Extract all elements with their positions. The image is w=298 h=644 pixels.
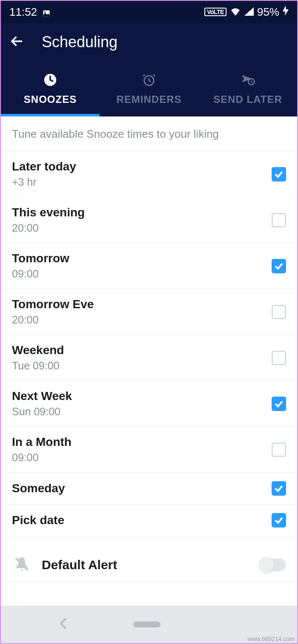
screenshot-icon (42, 8, 51, 16)
page-title: Scheduling (42, 33, 117, 51)
content-area: Tune available Snooze times to your liki… (1, 116, 297, 606)
snooze-option-later-today[interactable]: Later today +3 hr (1, 151, 297, 197)
nav-back-button[interactable] (59, 617, 68, 632)
option-title: In a Month (12, 435, 72, 449)
snooze-option-this-evening[interactable]: This evening 20:00 (1, 197, 297, 243)
tab-label: REMINDERS (116, 94, 181, 105)
snooze-option-tomorrow-eve[interactable]: Tomorrow Eve 20:00 (1, 289, 297, 335)
snooze-option-pick-date[interactable]: Pick date (1, 505, 297, 536)
option-subtitle: 20:00 (12, 222, 85, 234)
option-title: Tomorrow (12, 252, 69, 265)
clock-icon (43, 72, 58, 88)
checkbox[interactable] (272, 213, 286, 227)
alarm-icon (141, 72, 157, 88)
snooze-option-in-a-month[interactable]: In a Month 09:00 (1, 427, 297, 473)
default-alert-label: Default Alert (42, 558, 117, 572)
tab-indicator (1, 114, 100, 116)
snooze-option-someday[interactable]: Someday (1, 473, 297, 505)
option-title: Pick date (12, 513, 64, 527)
tab-label: SEND LATER (213, 94, 282, 105)
checkbox[interactable] (272, 481, 286, 496)
switch-thumb (259, 557, 274, 573)
option-subtitle: Tue 09:00 (12, 360, 64, 372)
checkbox[interactable] (272, 513, 286, 528)
tab-label: SNOOZES (24, 94, 77, 105)
option-title: Next Week (12, 389, 72, 403)
status-bar: 11:52 VoLTE 95% (1, 1, 297, 23)
checkbox[interactable] (272, 351, 286, 365)
default-alert-row[interactable]: Default Alert (1, 548, 297, 582)
tab-snoozes[interactable]: SNOOZES (1, 61, 100, 116)
option-title: Later today (12, 160, 76, 173)
option-title: This evening (12, 206, 85, 219)
checkbox[interactable] (272, 305, 286, 319)
option-title: Someday (12, 482, 65, 495)
snooze-option-weekend[interactable]: Weekend Tue 09:00 (1, 335, 297, 381)
checkbox[interactable] (272, 397, 286, 411)
watermark: www.989214.com (247, 635, 295, 642)
option-subtitle: +3 hr (12, 176, 76, 188)
device-frame: 11:52 VoLTE 95% Scheduling (0, 0, 298, 644)
option-subtitle: Sun 09:00 (12, 406, 72, 418)
hint-text: Tune available Snooze times to your liki… (1, 116, 297, 151)
send-later-icon (240, 72, 255, 88)
option-title: Tomorrow Eve (12, 298, 94, 311)
option-subtitle: 09:00 (12, 268, 69, 280)
option-subtitle: 20:00 (12, 314, 94, 326)
snooze-option-tomorrow[interactable]: Tomorrow 09:00 (1, 243, 297, 289)
battery-text: 95% (257, 6, 279, 19)
charging-icon (283, 6, 289, 19)
default-alert-switch[interactable] (260, 559, 286, 571)
wifi-icon (230, 6, 241, 19)
checkbox[interactable] (272, 443, 286, 457)
volte-indicator: VoLTE (204, 8, 226, 16)
checkbox[interactable] (272, 167, 286, 182)
back-button[interactable] (9, 34, 25, 51)
bell-off-icon (14, 556, 30, 574)
signal-icon (244, 6, 254, 19)
option-subtitle: 09:00 (12, 451, 72, 464)
app-bar: Scheduling (1, 23, 297, 61)
tab-reminders[interactable]: REMINDERS (100, 61, 198, 116)
checkbox[interactable] (272, 259, 286, 273)
status-time: 11:52 (9, 6, 37, 19)
tab-send-later[interactable]: SEND LATER (198, 61, 297, 116)
svg-point-1 (44, 11, 46, 13)
option-title: Weekend (12, 343, 64, 357)
snooze-option-next-week[interactable]: Next Week Sun 09:00 (1, 381, 297, 427)
tabs: SNOOZES REMINDERS SEND LATER (1, 61, 297, 116)
nav-home-pill[interactable] (133, 621, 160, 627)
